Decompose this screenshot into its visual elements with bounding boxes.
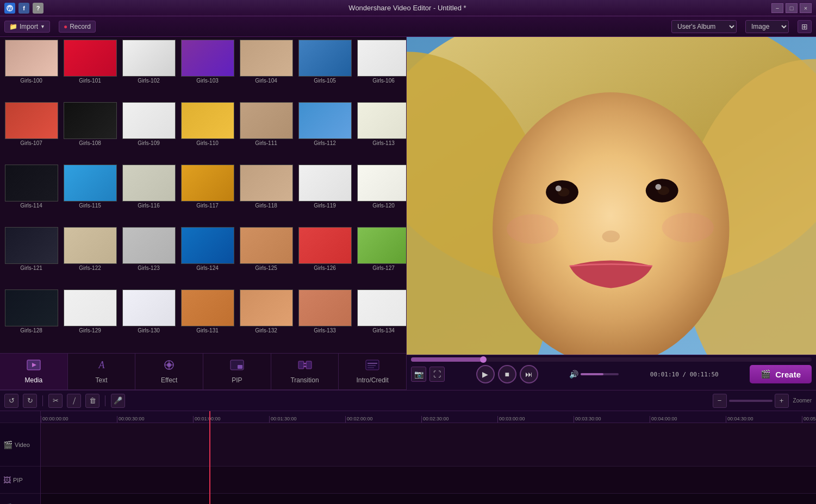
media-item-girls-123[interactable]: Girls-123 xyxy=(120,227,177,288)
media-item-girls-113[interactable]: Girls-113 xyxy=(355,102,406,163)
titlebar: W f ? Wondershare Video Editor - Untitle… xyxy=(0,0,816,16)
media-item-girls-117[interactable]: Girls-117 xyxy=(179,165,236,225)
ruler-tick: 00:04:30:00 xyxy=(726,416,753,423)
media-thumb xyxy=(5,165,58,201)
media-label: Girls-119 xyxy=(314,203,336,209)
minimize-button[interactable]: − xyxy=(771,3,783,13)
volume-slider[interactable] xyxy=(581,373,619,375)
facebook-icon[interactable]: f xyxy=(18,3,29,14)
media-item-girls-102[interactable]: Girls-102 xyxy=(120,40,177,100)
media-item-girls-105[interactable]: Girls-105 xyxy=(296,40,353,100)
svg-rect-12 xyxy=(306,361,312,369)
ruler-tick: 00:03:30:00 xyxy=(574,416,601,423)
media-item-girls-125[interactable]: Girls-125 xyxy=(238,227,295,288)
media-thumb xyxy=(64,227,117,264)
media-item-girls-112[interactable]: Girls-112 xyxy=(296,102,353,163)
intro-tab-label: Intro/Credit xyxy=(357,376,389,384)
tab-transition[interactable]: Transition xyxy=(271,354,339,389)
play-button[interactable]: ▶ xyxy=(476,365,495,383)
tab-intro[interactable]: Intro/Credit xyxy=(339,354,407,389)
media-label: Girls-123 xyxy=(138,265,160,271)
media-thumb xyxy=(181,227,234,264)
help-icon[interactable]: ? xyxy=(33,3,43,14)
transition-tab-icon xyxy=(297,359,313,374)
svg-point-27 xyxy=(655,184,661,190)
edit-button[interactable]: ✂ xyxy=(48,394,63,408)
media-item-girls-104[interactable]: Girls-104 xyxy=(238,40,295,100)
create-icon: 🎬 xyxy=(761,369,771,379)
app-icon[interactable]: W xyxy=(4,3,15,14)
media-item-girls-100[interactable]: Girls-100 xyxy=(3,40,60,100)
media-item-girls-108[interactable]: Girls-108 xyxy=(61,102,119,163)
tab-media[interactable]: Media xyxy=(0,354,68,389)
media-item-girls-114[interactable]: Girls-114 xyxy=(3,165,60,225)
media-item-girls-126[interactable]: Girls-126 xyxy=(296,227,353,288)
tab-effect[interactable]: Effect xyxy=(135,354,203,389)
media-item-girls-120[interactable]: Girls-120 xyxy=(355,165,406,225)
mic-button[interactable]: 🎤 xyxy=(111,394,125,408)
media-label: Girls-132 xyxy=(255,327,277,333)
media-thumb xyxy=(181,102,234,139)
record-icon: ● xyxy=(64,23,67,30)
fullscreen-button[interactable]: ⛶ xyxy=(429,367,445,382)
media-item-girls-121[interactable]: Girls-121 xyxy=(3,227,60,288)
media-item-girls-133[interactable]: Girls-133 xyxy=(296,289,353,350)
album-dropdown[interactable]: User's Album xyxy=(671,20,737,33)
media-item-girls-103[interactable]: Girls-103 xyxy=(179,40,236,100)
pip-track-icon: 🖼 xyxy=(3,476,11,484)
tracks-scroll[interactable] xyxy=(41,423,816,504)
tab-text[interactable]: A Text xyxy=(68,354,136,389)
text-tab-label: Text xyxy=(96,376,108,384)
media-item-girls-111[interactable]: Girls-111 xyxy=(238,102,295,163)
media-item-girls-110[interactable]: Girls-110 xyxy=(179,102,236,163)
media-thumb xyxy=(240,289,293,326)
media-label: Girls-103 xyxy=(196,78,219,84)
tab-pip[interactable]: PIP xyxy=(203,354,271,389)
record-button[interactable]: ● Record xyxy=(59,21,96,33)
media-item-girls-129[interactable]: Girls-129 xyxy=(61,289,119,350)
split-button[interactable]: ⧸ xyxy=(67,394,81,408)
redo-button[interactable]: ↻ xyxy=(23,394,37,408)
media-item-girls-134[interactable]: Girls-134 xyxy=(355,289,406,350)
grid-view-button[interactable]: ⊞ xyxy=(798,20,812,33)
zoom-slider[interactable] xyxy=(729,400,773,402)
media-label: Girls-116 xyxy=(138,203,160,209)
intro-tab-icon xyxy=(365,359,380,374)
ruler-tick: 00:04:00:00 xyxy=(650,416,677,423)
media-item-girls-128[interactable]: Girls-128 xyxy=(3,289,60,350)
media-item-girls-124[interactable]: Girls-124 xyxy=(179,227,236,288)
media-item-girls-116[interactable]: Girls-116 xyxy=(120,165,177,225)
media-item-girls-107[interactable]: Girls-107 xyxy=(3,102,60,163)
zoom-out-button[interactable]: − xyxy=(713,394,727,408)
media-item-girls-132[interactable]: Girls-132 xyxy=(238,289,295,350)
stop-button[interactable]: ■ xyxy=(498,365,516,383)
media-item-girls-118[interactable]: Girls-118 xyxy=(238,165,295,225)
media-item-girls-127[interactable]: Girls-127 xyxy=(355,227,406,288)
media-label: Girls-122 xyxy=(79,265,101,271)
media-item-girls-119[interactable]: Girls-119 xyxy=(296,165,353,225)
zoom-in-button[interactable]: + xyxy=(775,394,789,408)
next-frame-button[interactable]: ⏭ xyxy=(520,365,538,383)
media-item-girls-131[interactable]: Girls-131 xyxy=(179,289,236,350)
timeline: ↺ ↻ ✂ ⧸ 🗑 🎤 − + Zoomer 🎬 Video 🖼 PIP � xyxy=(0,390,816,504)
media-thumb xyxy=(357,102,407,139)
close-button[interactable]: × xyxy=(800,3,812,13)
create-button[interactable]: 🎬 Create xyxy=(750,365,812,383)
undo-button[interactable]: ↺ xyxy=(4,394,18,408)
media-label: Girls-115 xyxy=(79,203,101,209)
snapshot-button[interactable]: 📷 xyxy=(411,367,426,382)
media-item-girls-106[interactable]: Girls-106 xyxy=(355,40,406,100)
filter-dropdown[interactable]: Image Video Audio xyxy=(745,20,789,33)
svg-point-29 xyxy=(507,215,558,244)
maximize-button[interactable]: □ xyxy=(786,3,798,13)
import-button[interactable]: 📁 Import ▼ xyxy=(4,21,50,33)
window-title: Wondershare Video Editor - Untitled * xyxy=(348,4,466,12)
media-item-girls-130[interactable]: Girls-130 xyxy=(120,289,177,350)
media-label: Girls-127 xyxy=(372,265,395,271)
media-item-girls-115[interactable]: Girls-115 xyxy=(61,165,119,225)
media-item-girls-109[interactable]: Girls-109 xyxy=(120,102,177,163)
media-item-girls-122[interactable]: Girls-122 xyxy=(61,227,119,288)
seek-bar[interactable] xyxy=(411,357,812,362)
delete-button[interactable]: 🗑 xyxy=(85,394,99,408)
media-item-girls-101[interactable]: Girls-101 xyxy=(61,40,119,100)
